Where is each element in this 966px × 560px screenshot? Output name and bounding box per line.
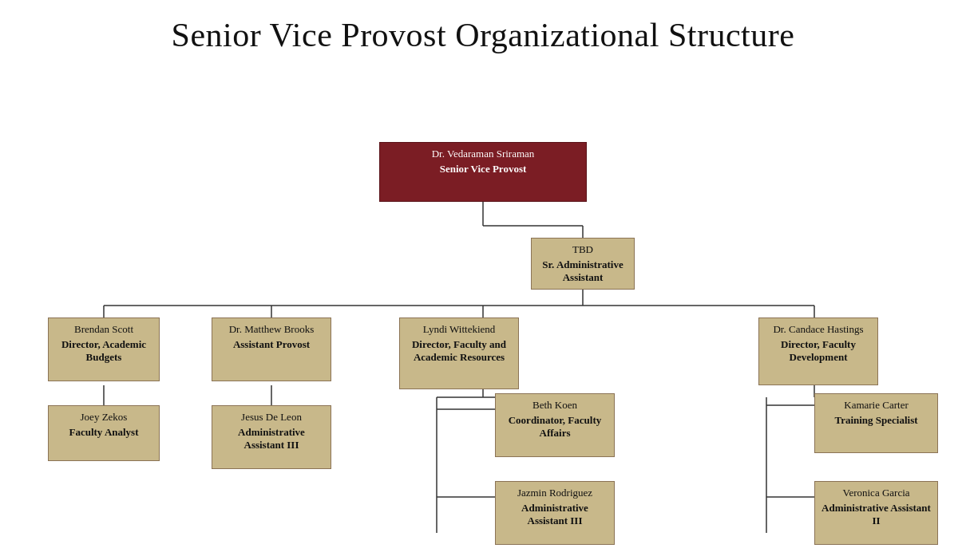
kamarie-title: Training Specialist xyxy=(821,414,931,427)
page-title: Senior Vice Provost Organizational Struc… xyxy=(0,0,966,62)
joey-name: Joey Zekos xyxy=(55,411,152,424)
matthew-title: Assistant Provost xyxy=(219,338,324,351)
candace-title: Director, Faculty Development xyxy=(766,338,871,364)
beth-box: Beth Koen Coordinator, Faculty Affairs xyxy=(495,393,615,457)
kamarie-box: Kamarie Carter Training Specialist xyxy=(814,393,938,453)
jazmin-title: Administrative Assistant III xyxy=(502,502,608,527)
jazmin-box: Jazmin Rodriguez Administrative Assistan… xyxy=(495,481,615,545)
sr-admin-name: TBD xyxy=(538,243,628,256)
brendan-title: Director, Academic Budgets xyxy=(55,338,152,364)
root-name: Dr. Vedaraman Sriraman xyxy=(386,148,580,160)
jesus-title: Administrative Assistant III xyxy=(219,426,324,452)
beth-name: Beth Koen xyxy=(502,399,608,412)
kamarie-name: Kamarie Carter xyxy=(821,399,931,412)
sr-admin-box: TBD Sr. Administrative Assistant xyxy=(531,238,635,290)
beth-title: Coordinator, Faculty Affairs xyxy=(502,414,608,440)
sr-admin-title: Sr. Administrative Assistant xyxy=(538,258,628,284)
jesus-name: Jesus De Leon xyxy=(219,411,324,424)
root-box: Dr. Vedaraman Sriraman Senior Vice Provo… xyxy=(379,142,587,202)
jesus-box: Jesus De Leon Administrative Assistant I… xyxy=(212,405,331,469)
brendan-box: Brendan Scott Director, Academic Budgets xyxy=(48,317,160,381)
joey-title: Faculty Analyst xyxy=(55,426,152,439)
veronica-title: Administrative Assistant II xyxy=(821,502,931,527)
candace-box: Dr. Candace Hastings Director, Faculty D… xyxy=(758,317,878,385)
lyndi-name: Lyndi Wittekiend xyxy=(406,323,512,336)
veronica-name: Veronica Garcia xyxy=(821,487,931,499)
jazmin-name: Jazmin Rodriguez xyxy=(502,487,608,499)
matthew-name: Dr. Matthew Brooks xyxy=(219,323,324,336)
joey-box: Joey Zekos Faculty Analyst xyxy=(48,405,160,461)
lyndi-box: Lyndi Wittekiend Director, Faculty and A… xyxy=(399,317,519,389)
brendan-name: Brendan Scott xyxy=(55,323,152,336)
root-title: Senior Vice Provost xyxy=(386,163,580,175)
matthew-box: Dr. Matthew Brooks Assistant Provost xyxy=(212,317,331,381)
lyndi-title: Director, Faculty and Academic Resources xyxy=(406,338,512,364)
candace-name: Dr. Candace Hastings xyxy=(766,323,871,336)
veronica-box: Veronica Garcia Administrative Assistant… xyxy=(814,481,938,545)
